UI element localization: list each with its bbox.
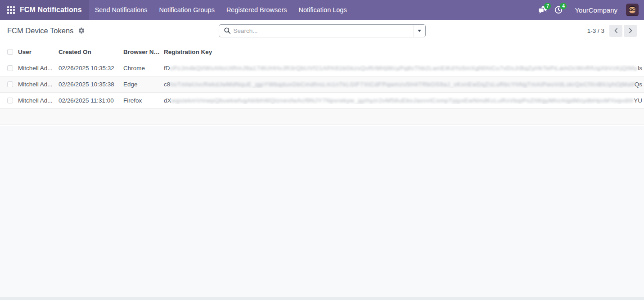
pager-previous-button[interactable] — [609, 25, 622, 37]
pager-next-button[interactable] — [624, 25, 637, 37]
activities-button[interactable]: 4 — [553, 4, 564, 16]
menu-item-send-notifications[interactable]: Send Notifications — [89, 0, 153, 20]
search-filters-toggle[interactable] — [414, 25, 425, 37]
column-header-registration-key[interactable]: Registration Key — [162, 45, 644, 60]
cell-registration-key: fDcPzJm4kQiIWsANsUtRmJ9a17i6UHHvJR3rQbUV… — [162, 60, 644, 76]
empty-row — [0, 108, 644, 125]
select-all-checkbox[interactable] — [7, 49, 13, 55]
control-panel: FCM Device Tokens 1-3 / 3 — [0, 20, 644, 41]
column-header-created-on[interactable]: Created On — [57, 45, 122, 60]
messages-badge: 7 — [544, 3, 551, 9]
search-icon — [219, 27, 234, 34]
app-name: FCM Notifications — [20, 6, 82, 14]
list-view: User Created On Browser Na... Registrati… — [0, 45, 644, 125]
cell-user: Mitchell Ad... — [16, 76, 57, 92]
menu-item-notification-groups[interactable]: Notification Groups — [153, 0, 221, 20]
column-header-user[interactable]: User — [16, 45, 57, 60]
menu-item-notification-logs[interactable]: Notification Logs — [293, 0, 352, 20]
table-row[interactable]: Mitchell Ad... 02/26/2025 11:31:00 Firef… — [0, 92, 644, 108]
messages-button[interactable]: 7 — [537, 4, 549, 16]
gear-icon — [78, 27, 85, 34]
chevron-right-icon — [628, 28, 633, 33]
cell-user: Mitchell Ad... — [16, 92, 57, 108]
cell-browser: Edge — [122, 76, 162, 92]
top-navbar: FCM Notifications Send Notifications Not… — [0, 0, 644, 20]
search-bar — [219, 24, 426, 37]
cell-registration-key: dXwgstekmVmwpQbuekwfvgAbIbhWQtznesfwAcf9… — [162, 92, 644, 108]
key-blurred-middle: wgstekmVmwpQbuekwfvgAbIbhWQtznesfwAcf9NJ… — [171, 97, 634, 104]
table-row[interactable]: Mitchell Ad... 02/26/2025 10:35:32 Chrom… — [0, 60, 644, 76]
chevron-left-icon — [614, 28, 618, 33]
key-visible-end: ls — [638, 65, 642, 72]
avatar-image-icon — [626, 4, 639, 16]
search-input[interactable] — [234, 25, 414, 37]
cell-browser: Firefox — [122, 92, 162, 108]
view-background — [0, 126, 644, 300]
cell-created-on: 02/26/2025 11:31:00 — [57, 92, 122, 108]
cell-created-on: 02/26/2025 10:35:32 — [57, 60, 122, 76]
row-checkbox[interactable] — [7, 98, 13, 103]
row-checkbox[interactable] — [7, 65, 13, 71]
app-menu: Send Notifications Notification Groups R… — [89, 0, 353, 20]
cell-registration-key: c8hxTmlwUvcRekdJwMdNquE_jgpYWbqduxGbCmdf… — [162, 76, 644, 92]
pager-range: 1-3 / 3 — [587, 27, 604, 34]
key-visible-start: dX — [164, 97, 171, 104]
cell-created-on: 02/26/2025 10:35:38 — [57, 76, 122, 92]
company-switcher[interactable]: YourCompany — [575, 6, 617, 14]
menu-item-registered-browsers[interactable]: Registered Browsers — [221, 0, 293, 20]
table-header-row: User Created On Browser Na... Registrati… — [0, 45, 644, 60]
key-blurred-middle: cPzJm4kQiIWsANsUtRmJ9a17i6UHHvJR3rQbUVf2… — [170, 65, 638, 72]
pager: 1-3 / 3 — [426, 25, 637, 37]
table-row[interactable]: Mitchell Ad... 02/26/2025 10:35:38 Edge … — [0, 76, 644, 92]
user-avatar[interactable] — [626, 4, 639, 16]
apps-grid-icon — [7, 6, 15, 14]
cell-user: Mitchell Ad... — [16, 60, 57, 76]
bottom-strip — [0, 297, 644, 300]
action-menu-button[interactable] — [77, 26, 86, 35]
chevron-down-icon — [418, 30, 421, 32]
apps-menu-button[interactable]: FCM Notifications — [0, 0, 89, 20]
systray: 7 4 YourCompany — [537, 0, 644, 20]
key-visible-start: fD — [164, 65, 170, 72]
key-visible-start: c8 — [164, 81, 170, 88]
cell-browser: Chrome — [122, 60, 162, 76]
row-checkbox[interactable] — [7, 81, 13, 87]
column-header-browser-name[interactable]: Browser Na... — [122, 45, 162, 60]
key-blurred-middle: hxTmlwUvcRekdJwMdNquE_jgpYWbqduxGbCmdfns… — [170, 81, 634, 88]
key-visible-end: Qs — [635, 81, 642, 88]
activities-badge: 4 — [560, 3, 567, 9]
key-visible-end: YU — [634, 97, 642, 104]
page-title: FCM Device Tokens — [7, 27, 73, 35]
